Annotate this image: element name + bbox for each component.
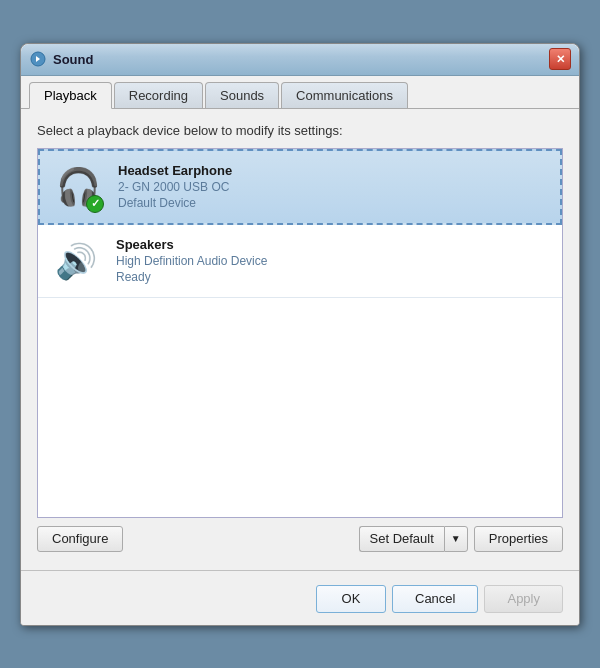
device-actions-row: Configure Set Default ▼ Properties <box>37 526 563 552</box>
dialog-buttons-row: OK Cancel Apply <box>21 579 579 625</box>
speakers-sub2: Ready <box>116 270 552 284</box>
headset-sub1: 2- GN 2000 USB OC <box>118 180 550 194</box>
window-title: Sound <box>53 52 549 67</box>
cancel-button[interactable]: Cancel <box>392 585 478 613</box>
device-list[interactable]: 🎧 ✓ Headset Earphone 2- GN 2000 USB OC D… <box>37 148 563 518</box>
divider <box>21 570 579 571</box>
tab-content: Select a playback device below to modify… <box>21 109 579 562</box>
set-default-arrow-button[interactable]: ▼ <box>444 526 468 552</box>
speakers-name: Speakers <box>116 237 552 252</box>
device-item-speakers[interactable]: 🔊 Speakers High Definition Audio Device … <box>38 225 562 298</box>
speaker-icon: 🔊 <box>55 241 97 281</box>
default-badge: ✓ <box>86 195 104 213</box>
tab-playback[interactable]: Playback <box>29 82 112 109</box>
ok-button[interactable]: OK <box>316 585 386 613</box>
speakers-info: Speakers High Definition Audio Device Re… <box>116 237 552 284</box>
sound-dialog: Sound ✕ Playback Recording Sounds Commun… <box>20 43 580 626</box>
headset-icon-wrap: 🎧 ✓ <box>50 159 106 215</box>
speakers-sub1: High Definition Audio Device <box>116 254 552 268</box>
speaker-icon-wrap: 🔊 <box>48 233 104 289</box>
sound-icon <box>29 50 47 68</box>
tab-recording[interactable]: Recording <box>114 82 203 108</box>
properties-button[interactable]: Properties <box>474 526 563 552</box>
titlebar: Sound ✕ <box>21 44 579 76</box>
tab-communications[interactable]: Communications <box>281 82 408 108</box>
headset-info: Headset Earphone 2- GN 2000 USB OC Defau… <box>118 163 550 210</box>
set-default-button[interactable]: Set Default <box>359 526 444 552</box>
headset-sub2: Default Device <box>118 196 550 210</box>
apply-button[interactable]: Apply <box>484 585 563 613</box>
device-item-headset[interactable]: 🎧 ✓ Headset Earphone 2- GN 2000 USB OC D… <box>38 149 562 225</box>
tabs-bar: Playback Recording Sounds Communications <box>21 76 579 109</box>
close-button[interactable]: ✕ <box>549 48 571 70</box>
configure-button[interactable]: Configure <box>37 526 123 552</box>
set-default-group: Set Default ▼ <box>359 526 468 552</box>
description-text: Select a playback device below to modify… <box>37 123 563 138</box>
tab-sounds[interactable]: Sounds <box>205 82 279 108</box>
headset-name: Headset Earphone <box>118 163 550 178</box>
